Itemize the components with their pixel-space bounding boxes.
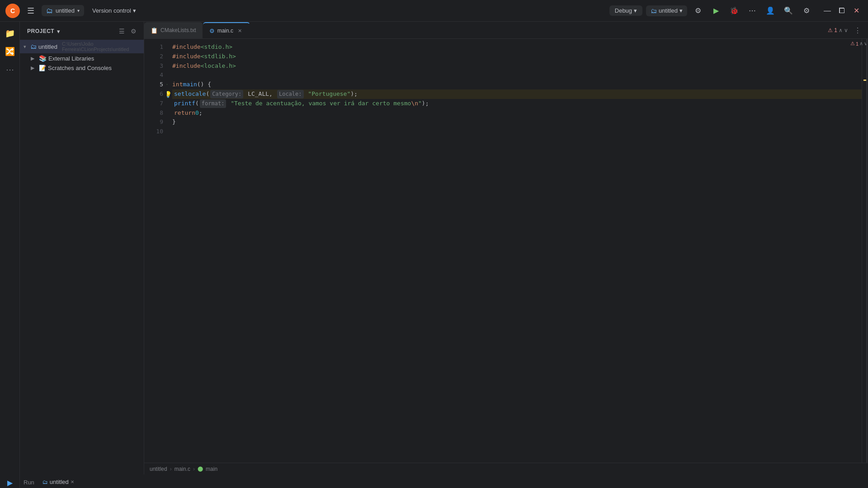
debug-chevron-icon: ▾ (634, 7, 637, 14)
activity-project-icon[interactable]: 📁 (2, 25, 18, 42)
warning-icon: 💡 (167, 89, 172, 99)
ide-settings-button[interactable]: ⚙ (799, 4, 814, 18)
tree-label-ext: External Libraries (48, 55, 94, 62)
vc-label: Version control (92, 7, 131, 14)
tree-arrow-root: ▾ (24, 44, 28, 50)
project-tree: ▾ 🗂 untitled C:\Users\João Ferreira\CLio… (20, 39, 144, 474)
param-hint-format: format: (200, 99, 226, 108)
sidebar: Project ▾ ☰ ⚙ ▾ 🗂 untitled C:\Users\João… (20, 22, 144, 474)
run-arrow-icon: ▶ (167, 80, 167, 89)
mainc-tab-label: main.c (217, 28, 233, 34)
right-gutter: ⚠1 ∧ ∨ (862, 39, 868, 463)
code-line-8: return 0; (172, 108, 862, 118)
code-line-10 (172, 127, 862, 136)
breadcrumb-bar: untitled › main.c › ⬤ main (144, 463, 868, 474)
project-selector[interactable]: 🗂 untitled ▾ (42, 5, 84, 16)
sidebar-chevron-icon: ▾ (57, 28, 60, 35)
tree-item-root[interactable]: ▾ 🗂 untitled C:\Users\João Ferreira\CLio… (20, 40, 144, 53)
tree-scratch-icon: 📝 (39, 65, 46, 71)
run-panel: Run 🗂 untitled ✕ 🔄 ⬛ ⋮ "C:\Users\João Fe… (20, 474, 868, 488)
cmake-tab-label: CMakeLists.txt (160, 27, 196, 33)
breadcrumb-file[interactable]: main.c (175, 466, 190, 472)
sidebar-collapse-all-button[interactable]: ☰ (117, 26, 127, 36)
tab-mainc[interactable]: ⚙ main.c ✕ (203, 22, 250, 38)
sidebar-title-label: Project (27, 28, 54, 34)
hamburger-menu-button[interactable]: ☰ (24, 4, 38, 18)
project-icon: 🗂 (46, 7, 53, 14)
run-panel-tabs: Run 🗂 untitled ✕ (20, 474, 868, 488)
tab-cmake[interactable]: 📋 CMakeLists.txt (144, 22, 203, 38)
run-tab-label: untitled (50, 479, 69, 485)
bottom-section: ▶ ⚠ ☰ ↑ ⬛ ↓ ⬜ 🗑 🔌 Run 🗂 untitled ✕ 🔄 ⬛ ⋮… (0, 474, 868, 488)
activity-more-icon[interactable]: ⋯ (2, 61, 18, 78)
line-numbers: 1 2 3 4 5 6 7 8 9 10 (144, 39, 167, 463)
gutter-error-count: ⚠1 ∧ ∨ (850, 41, 868, 47)
code-line-2: #include <stdlib.h> (172, 52, 862, 61)
code-line-5: ▶ int main() { (172, 80, 862, 89)
code-content[interactable]: #include <stdio.h> #include <stdlib.h> #… (167, 39, 862, 463)
tree-item-scratches[interactable]: ▶ 📝 Scratches and Consoles (20, 63, 144, 73)
tree-ext-lib-icon: 📚 (39, 55, 47, 62)
mainc-tab-icon: ⚙ (209, 28, 215, 34)
settings-toolbar-button[interactable]: ⚙ (691, 4, 705, 18)
tree-label-scratches: Scratches and Consoles (48, 65, 112, 71)
tree-path: C:\Users\João Ferreira\CLionProjects\unt… (62, 41, 140, 52)
breadcrumb-sep-2: › (193, 466, 195, 472)
breadcrumb-fn-label[interactable]: main (206, 466, 217, 472)
restore-button[interactable]: ⧠ (835, 5, 848, 17)
run-tab-close[interactable]: ✕ (71, 479, 74, 484)
code-line-4 (172, 70, 862, 80)
minimize-button[interactable]: — (821, 5, 834, 17)
close-button[interactable]: ✕ (850, 5, 863, 17)
code-line-1: #include <stdio.h> (172, 42, 862, 52)
project-name-label: untitled (56, 7, 75, 14)
tree-folder-icon: 🗂 (30, 43, 37, 50)
main-layout: 📁 🔀 ⋯ Project ▾ ☰ ⚙ ▾ 🗂 untitled C:\User… (0, 22, 868, 474)
cmake-tab-icon: 📋 (151, 27, 158, 34)
run-tab-icon: 🗂 (42, 479, 48, 485)
run-tab-untitled[interactable]: 🗂 untitled ✕ (38, 474, 79, 488)
gutter-scrollbar-track (866, 39, 868, 463)
tree-arrow-scratch: ▶ (31, 65, 37, 71)
activity-vcs-icon[interactable]: 🔀 (2, 43, 18, 60)
tab-bar-menu-button[interactable]: ⋮ (851, 22, 864, 38)
sidebar-settings-button[interactable]: ⚙ (128, 26, 138, 36)
breadcrumb-sep-1: › (170, 466, 172, 472)
run-config-chevron-icon: ▾ (679, 7, 683, 14)
code-editor[interactable]: 1 2 3 4 5 6 7 8 9 10 #include <stdio.h> … (144, 39, 868, 463)
breadcrumb-fn-icon: ⬤ (198, 466, 203, 472)
code-line-9: } (172, 117, 862, 127)
tree-label-root: untitled (38, 43, 57, 50)
search-everywhere-button[interactable]: 🔍 (781, 4, 796, 18)
run-button[interactable]: ▶ (709, 4, 723, 18)
editor-area: 📋 CMakeLists.txt ⚙ main.c ✕ ⚠ 1 ∧ ∨ ⋮ (144, 22, 868, 474)
vc-chevron-icon: ▾ (133, 7, 136, 14)
error-nav-up[interactable]: ∧ (839, 27, 843, 33)
error-indicator[interactable]: ⚠ 1 ∧ ∨ (828, 27, 848, 33)
sidebar-header: Project ▾ ☰ ⚙ (20, 22, 144, 39)
code-line-7: printf( format: "Teste de acentuação, va… (172, 99, 862, 108)
run-config-selector[interactable]: 🗂 untitled ▾ (646, 5, 687, 16)
project-dropdown[interactable]: Project ▾ (25, 27, 62, 36)
run-panel-icon[interactable]: ▶ (3, 477, 17, 488)
editor-tab-bar: 📋 CMakeLists.txt ⚙ main.c ✕ ⚠ 1 ∧ ∨ ⋮ (144, 22, 868, 39)
param-hint-locale: Locale: (277, 90, 304, 99)
run-panel-title-label: Run (24, 479, 34, 486)
profile-button[interactable]: 👤 (763, 4, 778, 18)
mainc-tab-close-button[interactable]: ✕ (236, 27, 243, 34)
project-chevron-icon: ▾ (77, 8, 80, 13)
error-count: 1 (834, 27, 837, 33)
debug-label: Debug (615, 7, 632, 14)
error-nav-down[interactable]: ∨ (844, 27, 848, 33)
breadcrumb-project[interactable]: untitled (150, 466, 167, 472)
version-control-button[interactable]: Version control ▾ (88, 5, 141, 16)
code-line-3: #include <locale.h> (172, 61, 862, 71)
error-triangle-icon: ⚠ (828, 27, 833, 33)
app-logo: C (5, 4, 20, 18)
activity-bar: 📁 🔀 ⋯ (0, 22, 20, 474)
debug-selector[interactable]: Debug ▾ (609, 5, 642, 16)
more-actions-button[interactable]: ⋯ (745, 4, 760, 18)
debug-button[interactable]: 🐞 (727, 4, 741, 18)
bottom-left-icons: ▶ ⚠ ☰ ↑ ⬛ ↓ ⬜ 🗑 🔌 (0, 474, 20, 488)
tree-item-external-libraries[interactable]: ▶ 📚 External Libraries (20, 53, 144, 63)
